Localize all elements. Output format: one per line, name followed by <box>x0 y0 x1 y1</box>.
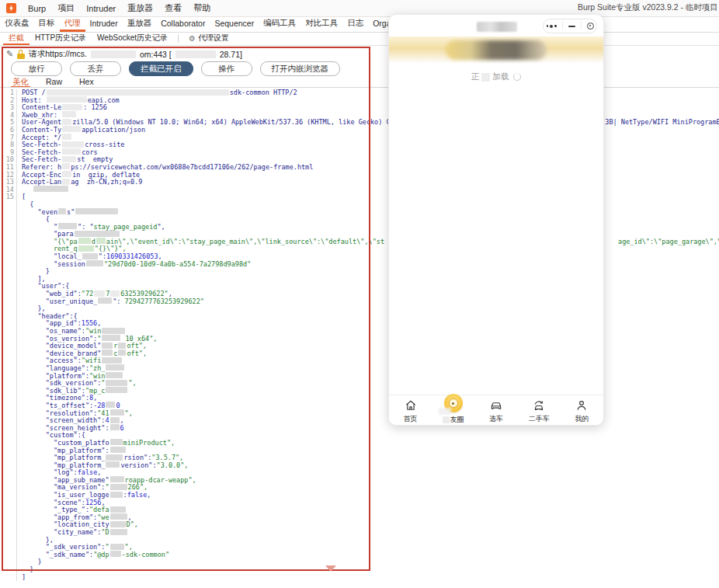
forward-button[interactable]: 放行 <box>11 61 62 76</box>
code-segment: 0 <box>116 402 120 409</box>
wtab-choose-car-label: 选车 <box>489 414 503 424</box>
code-segment: in gzip, deflate <box>72 171 140 179</box>
code-segment: , <box>93 394 97 402</box>
tab-proxy[interactable]: 代理 <box>60 17 85 32</box>
line-number <box>2 365 17 373</box>
redaction <box>110 492 123 498</box>
line-number: 5 <box>2 119 17 127</box>
wtab-choose-car[interactable]: 选车 <box>474 395 517 425</box>
open-browser-button[interactable]: 打开内嵌浏览器 <box>260 61 341 76</box>
code-segment: r <box>113 342 117 350</box>
request-url-mid: om:443 [ <box>140 50 172 59</box>
request-url-tail: 28.71] <box>220 50 242 59</box>
line-number <box>2 469 17 477</box>
line-number <box>2 425 17 433</box>
code-segment: Content-Le <box>22 103 61 111</box>
line-number <box>2 454 17 462</box>
wtab-mine[interactable]: 我的 <box>561 395 603 425</box>
tab-decoder[interactable]: 编码工具 <box>259 17 300 32</box>
code-text: ] <box>22 574 26 582</box>
code-segment: , <box>158 252 162 260</box>
redaction <box>110 521 126 527</box>
line-number <box>2 305 17 313</box>
redaction <box>106 461 120 468</box>
line-number <box>2 410 17 418</box>
redaction <box>62 111 76 117</box>
line-number <box>2 402 17 410</box>
redaction <box>481 73 490 82</box>
menu-intruder[interactable]: Intruder <box>86 4 116 13</box>
code-segment: " <box>105 483 109 491</box>
redaction <box>110 447 126 453</box>
redaction <box>62 156 76 162</box>
editor-line: "user_unique_": 7294277763253929622" <box>2 298 719 306</box>
intercept-toggle-button[interactable]: 拦截已开启 <box>129 61 193 76</box>
redaction <box>110 529 127 535</box>
code-segment: "wifi <box>82 357 102 364</box>
wechat-miniprogram-window: 正 加载 首页 友圈 选车 <box>388 14 604 426</box>
code-segment: , <box>147 491 151 499</box>
code-segment: "app_id": <box>22 319 82 327</box>
editor-line: } <box>2 566 719 574</box>
code-segment: "resolution": <box>22 409 97 417</box>
wtab-community[interactable]: 友圈 <box>432 395 474 425</box>
tab-logger[interactable]: 日志 <box>342 17 368 32</box>
subtab-http-history[interactable]: HTTP历史记录 <box>30 33 92 45</box>
tab-dashboard[interactable]: 仪表盘 <box>0 17 34 32</box>
redaction <box>75 231 120 237</box>
redaction <box>98 297 112 304</box>
code-segment: "{}\"}", <box>95 245 127 252</box>
code-segment: Xweb_xhr: <box>22 111 61 119</box>
code-segment: " <box>22 223 57 231</box>
tab-repeater[interactable]: 重放器 <box>123 17 157 32</box>
editor-line: "_sdk_name":"@dp-sdk-common" <box>2 551 719 559</box>
code-segment: "{\"pa <box>22 238 78 245</box>
tab-target[interactable]: 目标 <box>34 17 60 32</box>
code-segment: } <box>22 267 50 275</box>
line-number <box>2 320 17 328</box>
code-segment: [ <box>22 193 26 200</box>
tab-sequencer[interactable]: Sequencer <box>210 17 259 32</box>
message-editor-tabs: 美化 Raw Hex <box>11 77 96 88</box>
line-number <box>2 417 17 425</box>
wtab-home[interactable]: 首页 <box>389 395 432 425</box>
code-segment: "sdk_lib": <box>22 387 85 395</box>
redaction <box>110 417 120 423</box>
menu-project[interactable]: 项目 <box>57 2 75 14</box>
tab-pretty[interactable]: 美化 <box>11 77 30 88</box>
redaction <box>102 350 113 356</box>
tab-hex[interactable]: Hex <box>78 77 96 88</box>
menu-repeater[interactable]: 重放器 <box>127 2 153 14</box>
subtab-proxy-settings[interactable]: ⚙ 代理设置 <box>183 33 234 45</box>
pencil-icon[interactable]: ✎ <box>6 49 13 59</box>
tab-raw[interactable]: Raw <box>44 77 64 88</box>
wtab-used-car[interactable]: 二手车 <box>518 395 561 425</box>
code-segment: "3.0.0", <box>157 461 189 469</box>
tab-intruder[interactable]: Intruder <box>85 17 123 32</box>
close-circle-icon[interactable] <box>587 23 594 30</box>
proxy-subtabs: 拦截 HTTP历史记录 WebSocket历史记录 ⚙ 代理设置 <box>0 33 719 46</box>
code-segment: 7 <box>106 290 109 297</box>
line-number <box>2 544 17 551</box>
menu-burp[interactable]: Burp <box>28 4 46 13</box>
minimize-icon[interactable] <box>568 26 575 27</box>
code-segment: "local_ <box>22 252 82 260</box>
menu-view[interactable]: 查看 <box>165 2 182 14</box>
subtab-websocket-history[interactable]: WebSocket历史记录 <box>92 33 173 45</box>
code-segment: "win <box>85 327 101 335</box>
line-number <box>2 432 17 440</box>
redaction <box>62 163 70 169</box>
tab-comparer[interactable]: 对比工具 <box>300 17 342 32</box>
line-number <box>2 298 17 306</box>
more-icon[interactable] <box>547 25 557 28</box>
code-segment: "location_city <box>22 520 109 528</box>
redaction <box>110 551 121 557</box>
http-request-editor[interactable]: 1POST /sdk-common HTTP/22Host: eapi.com3… <box>2 88 719 588</box>
tab-collaborator[interactable]: Collaborator <box>156 17 210 32</box>
line-number <box>2 313 17 321</box>
action-button[interactable]: 操作 <box>201 61 252 76</box>
drop-button[interactable]: 丢弃 <box>70 61 121 76</box>
line-number: 15 <box>2 193 17 201</box>
menu-help[interactable]: 帮助 <box>193 2 210 14</box>
subtab-intercept[interactable]: 拦截 <box>3 33 30 45</box>
